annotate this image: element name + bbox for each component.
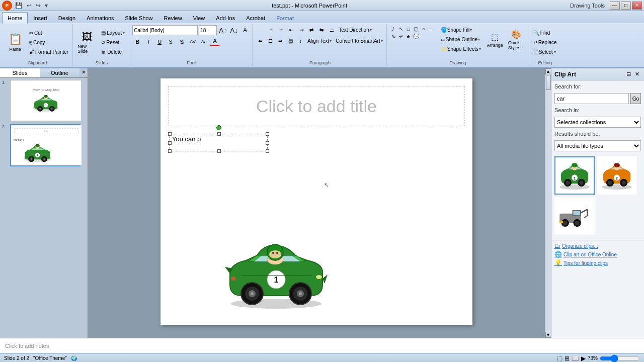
handle-tm[interactable] (217, 132, 221, 136)
handle-tl[interactable] (168, 132, 172, 136)
notes-bar[interactable]: Click to add notes (0, 338, 644, 353)
shape-rect[interactable]: □ (405, 25, 412, 32)
tab-review[interactable]: Review (158, 12, 188, 23)
results-select[interactable]: All media file types (554, 140, 641, 151)
scroll-track[interactable] (545, 74, 551, 332)
shape-outline-dropdown[interactable]: ▭ Shape Outline ▾ (439, 35, 482, 44)
redo-btn[interactable]: ↪ (35, 2, 42, 10)
tips-link[interactable]: 💡 Tips for finding clips (554, 259, 641, 266)
increase-indent-btn[interactable]: ⇥ (297, 25, 306, 34)
search-input[interactable] (554, 93, 629, 104)
strikethrough-btn[interactable]: S (166, 37, 176, 46)
slide-container[interactable]: Click to add title You can p (160, 78, 472, 325)
clip-art-dock-btn[interactable]: ⊟ (625, 70, 632, 78)
reading-view-btn[interactable]: 📖 (572, 355, 579, 362)
slide-title-area[interactable]: Click to add title (168, 86, 465, 126)
align-right-btn[interactable]: ➡ (276, 36, 285, 45)
organize-clips-link[interactable]: 🗂 Organize clips... (554, 242, 641, 249)
layout-button[interactable]: ▤ Layout ▾ (99, 28, 127, 37)
paste-button[interactable]: 📋 Paste (4, 27, 26, 57)
rtl-btn[interactable]: ⇄ (307, 25, 316, 34)
cut-button[interactable]: ✂ Cut (27, 28, 70, 37)
bullet-list-btn[interactable]: ≡ (267, 25, 276, 34)
slide2-thumbnail[interactable]: title You can p (10, 124, 80, 166)
convert-smartart-dropdown[interactable]: Convert to SmartArt ▾ (334, 36, 384, 45)
office-online-link[interactable]: 🌐 Clip art on Office Online (554, 251, 641, 258)
bold-button[interactable]: B (132, 37, 142, 46)
shape-rrect[interactable]: ▢ (413, 25, 420, 32)
new-slide-button[interactable]: 🖼 New Slide (76, 27, 98, 57)
scroll-up-btn[interactable]: ▲ (545, 68, 551, 74)
italic-button[interactable]: I (143, 37, 153, 46)
slide1-thumbnail[interactable]: How to wrap text (10, 80, 80, 121)
close-btn[interactable]: ✕ (632, 2, 642, 10)
tab-design[interactable]: Design (53, 12, 81, 23)
underline-button[interactable]: U (154, 37, 165, 46)
undo-btn[interactable]: ↩ (26, 2, 33, 10)
shadow-btn[interactable]: S (177, 37, 187, 46)
handle-tr[interactable] (266, 132, 269, 136)
tab-insert[interactable]: Insert (28, 12, 53, 23)
text-direction-dropdown[interactable]: Text Direction ▾ (337, 25, 373, 34)
slide-sorter-btn[interactable]: ⊞ (565, 355, 570, 362)
tab-home[interactable]: Home (2, 12, 28, 24)
shape-bent[interactable]: ↵ (397, 33, 405, 40)
rotate-handle[interactable] (216, 125, 221, 130)
text-box[interactable]: You can p (170, 134, 268, 151)
shape-curve[interactable]: ∿ (390, 33, 397, 40)
car-image[interactable]: 1 (221, 234, 332, 305)
canvas-area[interactable]: Click to add title You can p (88, 68, 545, 338)
quick-styles-button[interactable]: 🎨 Quick Styles (507, 25, 526, 54)
clip-item-green-car[interactable]: 1 (554, 156, 595, 195)
align-center-btn[interactable]: ☰ (266, 36, 275, 45)
clip-art-close-btn[interactable]: ✕ (633, 70, 641, 78)
shape-arrow[interactable]: ↖ (397, 25, 405, 32)
ltr-btn[interactable]: ⇆ (317, 25, 326, 34)
handle-bm[interactable] (217, 149, 221, 153)
more-quick-btn[interactable]: ▾ (44, 2, 49, 10)
font-size-input[interactable] (199, 25, 217, 35)
justify-btn[interactable]: ▤ (286, 36, 295, 45)
shape-line[interactable]: / (390, 25, 397, 32)
slideshow-btn[interactable]: ▶ (581, 355, 586, 362)
format-painter-button[interactable]: 🖌 Format Painter (27, 47, 70, 56)
handle-ml[interactable] (168, 141, 172, 145)
tab-addins[interactable]: Add-Ins (210, 12, 240, 23)
shape-fill-dropdown[interactable]: 🪣 Shape Fill ▾ (439, 25, 482, 34)
shape-callout[interactable]: 💬 (413, 33, 420, 40)
tab-view[interactable]: View (188, 12, 211, 23)
maximize-btn[interactable]: □ (621, 2, 631, 10)
tab-animations[interactable]: Animations (81, 12, 119, 23)
reset-button[interactable]: ↺ Reset (99, 38, 127, 47)
arrange-button[interactable]: ⬚ Arrange (486, 25, 505, 54)
align-text-dropdown[interactable]: Align Text ▾ (306, 36, 333, 45)
shape-ellipse[interactable]: ○ (420, 25, 427, 32)
handle-bl[interactable] (168, 149, 172, 153)
select-button[interactable]: ⬚ Select ▾ (531, 47, 559, 56)
search-in-select[interactable]: Selected collections (554, 117, 641, 128)
replace-button[interactable]: ⇄ Replace (531, 38, 559, 47)
shape-star[interactable]: ★ (405, 33, 412, 40)
clip-item-orange-car[interactable]: 2 (597, 156, 637, 195)
scroll-down-btn[interactable]: ▼ (545, 332, 551, 338)
find-button[interactable]: 🔍 Find (531, 28, 559, 37)
line-spacing-btn[interactable]: ↕ (296, 36, 305, 45)
tab-format[interactable]: Format (271, 12, 299, 23)
save-quick-btn[interactable]: 💾 (14, 2, 24, 10)
decrease-font-btn[interactable]: A↓ (229, 26, 239, 35)
columns-btn[interactable]: ⚌ (327, 25, 336, 34)
slides-tab[interactable]: Slides (0, 68, 40, 77)
office-logo[interactable]: P (2, 1, 12, 11)
shape-effects-dropdown[interactable]: ✨ Shape Effects ▾ (439, 44, 482, 53)
change-case-btn[interactable]: Aa (199, 37, 209, 46)
scroll-thumb[interactable] (546, 75, 551, 90)
outline-tab[interactable]: Outline (40, 68, 79, 77)
close-panel-btn[interactable]: ✕ (79, 68, 88, 77)
numbered-list-btn[interactable]: ⁼ (277, 25, 286, 34)
go-button[interactable]: Go (630, 93, 641, 104)
decrease-indent-btn[interactable]: ⇤ (287, 25, 296, 34)
handle-mr[interactable] (266, 141, 269, 145)
shape-more[interactable]: ⋯ (428, 25, 435, 32)
clear-format-btn[interactable]: Ā (240, 26, 250, 35)
minimize-btn[interactable]: — (610, 2, 620, 10)
